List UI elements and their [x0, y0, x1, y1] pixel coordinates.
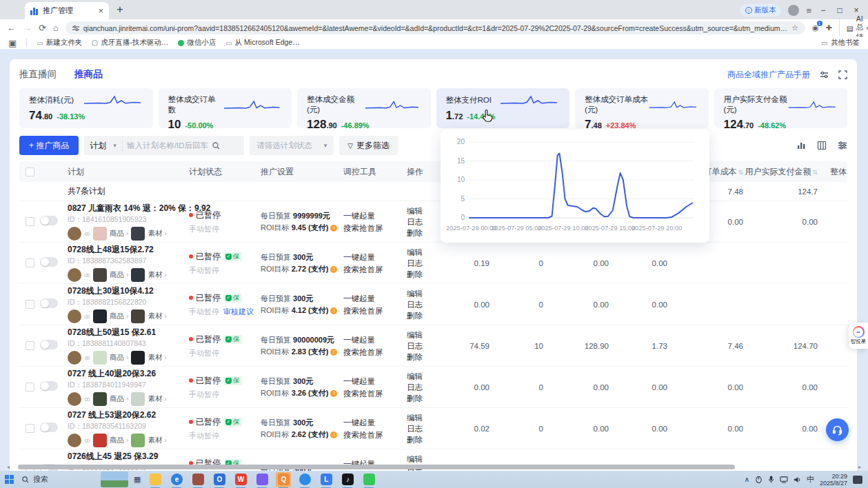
- taskbar-search[interactable]: 搜索: [18, 474, 101, 485]
- new-version-button[interactable]: !新版本: [740, 4, 782, 17]
- notification-icon[interactable]: [853, 476, 862, 484]
- row-toggle[interactable]: [40, 423, 58, 432]
- row-checkbox[interactable]: [19, 383, 40, 392]
- action-日志[interactable]: 日志: [407, 341, 438, 351]
- col-status[interactable]: 计划状态: [189, 166, 261, 178]
- search-screen-link[interactable]: 搜索抢首屏: [343, 387, 407, 400]
- product-manual-link[interactable]: 商品全域推广产品手册: [727, 69, 810, 81]
- row-toggle[interactable]: [40, 381, 58, 391]
- taskbar-app-remote-app[interactable]: [254, 472, 270, 487]
- row-toggle[interactable]: [40, 298, 58, 308]
- bookmark-item[interactable]: 虎牙直播-技术驱动…: [92, 38, 168, 48]
- row-checkbox[interactable]: [19, 341, 40, 350]
- site-settings-icon[interactable]: [72, 25, 79, 32]
- horizontal-scrollbar[interactable]: ◂▸: [11, 464, 856, 470]
- microphone-icon[interactable]: [768, 476, 774, 483]
- bookmark-item[interactable]: 微信小店: [178, 38, 216, 48]
- plan-title[interactable]: 0827 儿童雨衣 14% 退：20% 保：9.92: [68, 203, 189, 214]
- taskbar-app-blue-circle-app[interactable]: [297, 472, 312, 487]
- action-删除[interactable]: 删除: [407, 394, 438, 403]
- roi-warning-icon[interactable]: !: [330, 431, 337, 438]
- action-日志[interactable]: 日志: [407, 300, 438, 309]
- one-key-boost-link[interactable]: 一键起量: [343, 375, 407, 387]
- action-日志[interactable]: 日志: [407, 217, 438, 227]
- action-编辑[interactable]: 编辑: [407, 372, 438, 381]
- review-suggestion-link[interactable]: 审核建议: [223, 307, 254, 317]
- task-view-icon[interactable]: ▦: [134, 475, 141, 484]
- action-删除[interactable]: 删除: [407, 435, 438, 445]
- scope-select[interactable]: 计划▾: [90, 140, 123, 152]
- material-link[interactable]: 素材 ›: [148, 229, 166, 238]
- product-link[interactable]: 商品 ›: [110, 229, 128, 238]
- plan-title[interactable]: 0728线上48退15保2.72: [68, 244, 189, 256]
- material-link[interactable]: 素材 ›: [148, 394, 166, 404]
- roi-warning-icon[interactable]: !: [330, 225, 337, 232]
- forward-icon[interactable]: →: [23, 23, 32, 33]
- extensions-icon[interactable]: ✚: [826, 23, 832, 32]
- one-key-boost-link[interactable]: 一键起量: [343, 416, 407, 429]
- one-key-boost-link[interactable]: 一键起量: [343, 292, 407, 305]
- search-screen-link[interactable]: 搜索抢首屏: [343, 263, 407, 276]
- col-overall[interactable]: 整体: [819, 166, 848, 178]
- bookmark-item[interactable]: ▭新建文件夹: [37, 38, 82, 48]
- taskbar-app-edge-browser[interactable]: e: [169, 472, 184, 487]
- weather-widget[interactable]: [101, 471, 128, 487]
- mouse-icon[interactable]: [755, 476, 763, 483]
- reading-list-icon[interactable]: ▣: [8, 38, 17, 48]
- row-checkbox[interactable]: [19, 258, 40, 267]
- tab-live-room[interactable]: 推直播间: [19, 68, 57, 81]
- browser-menu-icon[interactable]: ≡: [806, 6, 811, 16]
- status-filter-select[interactable]: 请筛选计划状态▾: [250, 136, 334, 155]
- tab-product[interactable]: 推商品: [74, 68, 103, 81]
- col-tools[interactable]: 调控工具: [343, 166, 407, 178]
- plan-title[interactable]: 0727 线上53退20保2.62: [68, 409, 189, 421]
- search-screen-link[interactable]: 搜索抢首屏: [343, 346, 407, 358]
- search-icon[interactable]: [212, 142, 220, 150]
- chart-view-icon[interactable]: [796, 141, 806, 150]
- roi-warning-icon[interactable]: !: [330, 349, 337, 356]
- one-key-boost-link[interactable]: 一键起量: [343, 210, 407, 222]
- network-icon[interactable]: [780, 476, 788, 483]
- back-icon[interactable]: ←: [7, 23, 16, 33]
- taskbar-app-qianchuan-app[interactable]: Q: [276, 472, 291, 487]
- tray-expand-icon[interactable]: ∧: [745, 476, 749, 483]
- tab-close-icon[interactable]: ×: [98, 6, 103, 16]
- search-screen-link[interactable]: 搜索抢首屏: [343, 305, 407, 317]
- product-link[interactable]: 商品 ›: [110, 312, 128, 321]
- home-icon[interactable]: ⌂: [53, 23, 59, 33]
- taskbar-app-app-store[interactable]: [190, 472, 205, 487]
- action-日志[interactable]: 日志: [407, 258, 438, 268]
- new-tab-button[interactable]: +: [112, 1, 128, 18]
- material-link[interactable]: 素材 ›: [148, 270, 166, 280]
- search-input[interactable]: [127, 141, 208, 150]
- col-user-paid[interactable]: 用户实际支付金额⇅: [745, 166, 819, 178]
- action-删除[interactable]: 删除: [407, 352, 438, 362]
- taskbar-app-douyin[interactable]: ♪: [340, 472, 355, 487]
- action-编辑[interactable]: 编辑: [407, 330, 438, 340]
- taskbar-app-file-explorer[interactable]: [148, 472, 163, 487]
- help-button[interactable]: [826, 418, 849, 441]
- col-settings[interactable]: 推广设置: [261, 166, 343, 178]
- action-日志[interactable]: 日志: [407, 383, 438, 392]
- material-link[interactable]: 素材 ›: [148, 353, 166, 363]
- row-toggle[interactable]: [40, 216, 58, 225]
- col-plan[interactable]: 计划: [68, 166, 189, 178]
- row-checkbox[interactable]: [19, 300, 40, 309]
- reload-icon[interactable]: ⟳: [39, 23, 46, 33]
- taskbar-app-wechat-app[interactable]: [361, 472, 376, 487]
- roi-warning-icon[interactable]: !: [330, 266, 337, 273]
- fullscreen-icon[interactable]: [838, 70, 847, 79]
- bookmark-item[interactable]: ▭从 Microsoft Edge…: [225, 38, 299, 48]
- action-编辑[interactable]: 编辑: [407, 289, 438, 298]
- roi-warning-icon[interactable]: !: [330, 307, 337, 314]
- minimize-button[interactable]: −: [818, 6, 828, 15]
- more-filters-button[interactable]: ▽更多筛选: [339, 136, 398, 155]
- taskbar-app-outlook[interactable]: O: [212, 472, 227, 487]
- row-checkbox[interactable]: [19, 217, 40, 226]
- browser-tab[interactable]: 推广管理 ×: [25, 2, 109, 19]
- row-toggle[interactable]: [40, 340, 58, 349]
- action-删除[interactable]: 删除: [407, 270, 438, 279]
- scrollbar-thumb[interactable]: [18, 465, 735, 469]
- assistant-widget[interactable]: 智投星: [849, 323, 868, 349]
- search-screen-link[interactable]: 搜索抢首屏: [343, 429, 407, 441]
